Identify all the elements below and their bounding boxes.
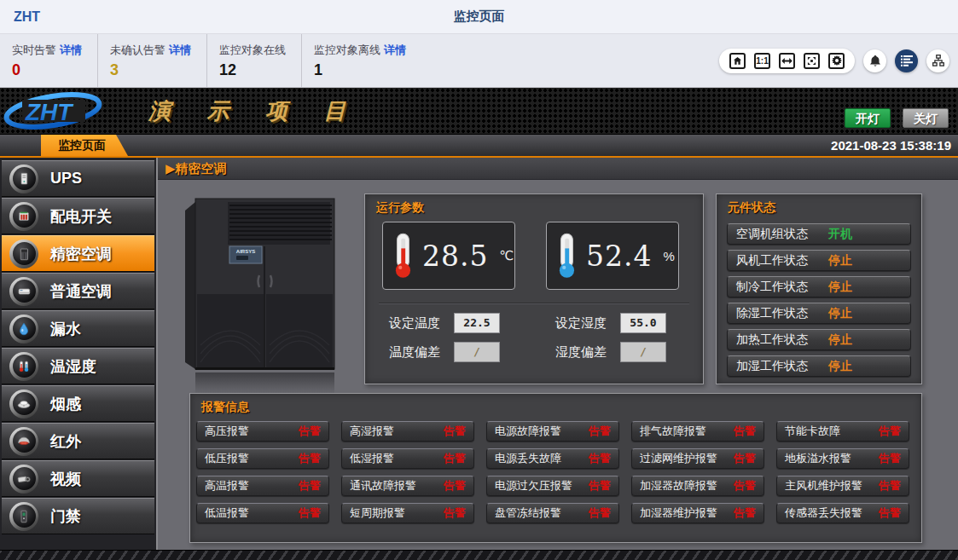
detail-link[interactable]: 详情 [169,43,191,56]
alarm-label: 过滤网维护报警 [640,451,717,466]
alarm-label: 地板溢水报警 [785,451,851,466]
alarm-badge: 告警 [299,505,321,521]
stat-value: 0 [12,61,82,79]
thermometer-red-icon [391,232,416,280]
alarm-badge: 告警 [444,451,466,466]
sidebar-item-label: 视频 [50,469,81,489]
sidebar-item-normal-ac[interactable]: 普通空调 [2,273,154,309]
set-temp-value[interactable]: 22.5 [454,313,500,333]
stats-bar: 实时告警详情 0 未确认告警详情 3 监控对象在线 12 监控对象离线详情 1 … [0,34,958,88]
sidebar-item-temp-humidity[interactable]: 温湿度 [2,348,154,384]
alarm-label: 传感器丢失报警 [785,505,862,521]
component-status-panel: 元件状态 空调机组状态 开机 风机工作状态 停止 制冷工作状态 停止 除湿工作状… [716,193,922,384]
tab-monitoring-page[interactable]: 监控页面 [41,135,128,156]
alarm-label: 低温报警 [205,505,249,521]
detail-link[interactable]: 详情 [384,43,406,56]
sidebar-item-ups[interactable]: UPS [2,160,154,197]
humidity-deviation-value: / [620,342,666,362]
panel-title: 元件状态 [717,194,921,218]
status-value: 停止 [828,280,852,295]
sidebar-item-precision-ac[interactable]: 精密空调 [2,235,154,272]
alarm-item: 排气故障报警告警 [631,421,764,442]
status-label: 空调机组状态 [736,227,828,242]
smoke-detector-icon [9,390,38,419]
alarm-badge: 告警 [734,505,756,521]
alarm-badge: 告警 [734,451,756,466]
settings-gear-icon[interactable] [828,53,845,69]
alarm-badge: 告警 [444,478,466,494]
alarm-item: 主风机维护报警告警 [776,476,909,496]
status-label: 制冷工作状态 [736,280,828,295]
alarm-badge: 告警 [589,478,611,494]
status-label: 风机工作状态 [736,253,828,268]
panel-title: 运行参数 [365,194,703,218]
footer-stripes [0,550,958,560]
alarm-item: 加湿器维护报警告警 [631,503,764,523]
stat-realtime-alarms: 实时告警详情 0 [0,34,97,87]
actual-size-icon[interactable]: 1:1 [754,53,770,69]
thermometer-blue-icon [554,232,580,280]
set-humidity-value[interactable]: 55.0 [620,313,666,333]
topology-icon[interactable] [926,49,949,72]
sidebar-item-water-leak[interactable]: 漏水 [2,310,154,347]
sidebar-item-power-switch[interactable]: 配电开关 [2,198,154,234]
alarm-item: 过滤网维护报警告警 [631,448,764,469]
alarm-label: 盘管冻结报警 [495,505,561,521]
sidebar-item-label: 门禁 [50,506,81,527]
alarm-label: 高压报警 [205,424,249,439]
status-row: 空调机组状态 开机 [727,223,911,245]
alarm-item: 盘管冻结报警告警 [486,503,619,523]
sidebar-item-infrared[interactable]: 红外 [2,423,154,459]
status-row: 制冷工作状态 停止 [727,276,911,297]
temperature-gauge: 28.5 ℃ [382,222,515,290]
temp-deviation-value: / [454,342,500,362]
status-value: 停止 [828,359,852,374]
alarm-badge: 告警 [589,505,611,521]
alarm-item: 短周期报警告警 [341,503,474,523]
light-off-button[interactable]: 关灯 [903,108,949,128]
bell-icon[interactable] [863,49,886,72]
sidebar-item-smoke[interactable]: 烟感 [2,385,154,422]
alarm-badge: 告警 [299,451,321,466]
sidebar-item-label: 普通空调 [50,281,112,302]
status-label: 加湿工作状态 [736,359,828,374]
zht-logo: ZHT [0,89,143,132]
breaker-icon [9,202,38,231]
panel-title: 报警信息 [190,394,921,418]
camera-icon [9,465,38,494]
sidebar-item-label: 温湿度 [50,356,96,377]
alarm-item: 传感器丢失报警告警 [776,503,909,523]
main-body: AIRSYS 运行参数 [158,180,958,550]
alarm-item: 低湿报警告警 [341,448,474,469]
detail-link[interactable]: 详情 [60,43,82,56]
alarm-label: 电源丢失故障 [495,451,561,466]
status-label: 加热工作状态 [736,332,828,348]
alarm-label: 短周期报警 [350,505,405,521]
light-on-button[interactable]: 开灯 [845,108,891,128]
sidebar-item-video[interactable]: 视频 [2,460,154,497]
status-row: 除湿工作状态 停止 [727,303,911,324]
alarm-list-icon[interactable] [895,49,918,72]
alarm-label: 加湿器维护报警 [640,505,717,521]
fullscreen-icon[interactable] [804,53,820,69]
ups-icon [9,165,38,193]
alarm-badge: 告警 [734,424,756,439]
alarm-label: 主风机维护报警 [785,478,862,494]
alarm-badge: 告警 [299,478,321,494]
status-value: 开机 [828,227,852,242]
alarm-label: 低压报警 [205,451,249,466]
temp-deviation-label: 温度偏差 [389,344,454,361]
alarm-item: 地板溢水报警告警 [776,448,909,469]
project-title: 演 示 项 目 [148,96,362,126]
home-icon[interactable] [729,53,746,69]
content: UPS 配电开关 精密空调 普通空调 漏水 [0,158,958,550]
wall-ac-icon [9,277,38,306]
humidity-gauge: 52.4 % [546,222,679,290]
sidebar-item-door-access[interactable]: 门禁 [2,498,154,534]
banner: ZHT 演 示 项 目 开灯 关灯 [0,88,958,135]
alarm-item: 高压报警告警 [196,421,329,442]
alarm-badge: 告警 [589,451,611,466]
fit-width-icon[interactable] [779,53,795,69]
stat-label: 监控对象离线 [314,43,380,56]
door-access-icon [9,502,38,531]
